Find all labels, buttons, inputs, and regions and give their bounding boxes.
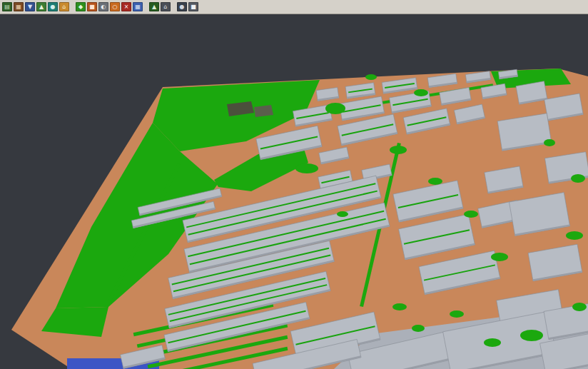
terrain-model-icon[interactable]: ▲ [36,2,46,11]
vegetation-patch [484,338,501,347]
camera-view-icon[interactable]: ■ [188,2,198,11]
settings-gear-icon[interactable]: ◐ [98,2,108,11]
classify-vegetation-icon[interactable]: ◆ [76,2,86,11]
vegetation-patch [414,89,428,96]
building-filter-icon[interactable]: ⌂ [161,2,171,11]
vegetation-patch [464,211,478,218]
image-layers-icon[interactable]: ▦ [14,2,24,11]
vegetation-patch [520,330,543,341]
vegetation-patch [365,74,377,80]
scene-svg [0,0,588,369]
pointcloud-icon[interactable]: ● [48,2,58,11]
open-folder-icon[interactable]: ⌂ [59,2,69,11]
vegetation-patch [572,303,587,311]
globe-view-icon[interactable]: ● [177,2,187,11]
dark-structure-2 [254,105,273,117]
vegetation-patch [450,310,464,318]
delete-selection-icon[interactable]: × [121,2,131,11]
vegetation-patch [337,211,348,217]
save-project-icon[interactable]: ▼ [25,2,35,11]
vegetation-patch [566,231,583,240]
vegetation-patch [428,178,442,185]
application-window: ▤▦▼▲●⌂◆■◐○×▦▲⌂●■ [0,0,588,369]
grid-view-icon[interactable]: ▦ [133,2,143,11]
tree-filter-icon[interactable]: ▲ [149,2,159,11]
measure-circle-icon[interactable]: ○ [110,2,120,11]
dataset-tree-icon[interactable]: ▤ [2,2,12,11]
vegetation-patch [392,303,407,310]
toolbar: ▤▦▼▲●⌂◆■◐○×▦▲⌂●■ [0,0,588,14]
vegetation-patch [544,139,555,146]
vegetation-patch [390,146,407,154]
viewport-3d[interactable] [0,0,588,369]
classify-ground-icon[interactable]: ■ [87,2,97,11]
vegetation-patch [412,325,425,332]
vegetation-patch [295,163,318,173]
vegetation-patch [325,103,345,114]
vegetation-patch [491,253,508,261]
vegetation-patch [571,174,585,183]
